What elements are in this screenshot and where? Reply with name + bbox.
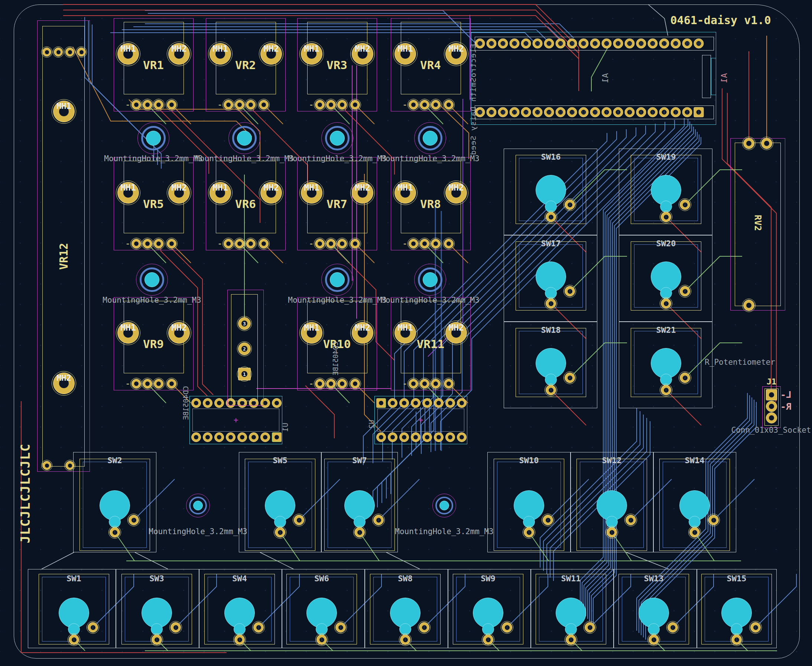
switch-pad-1[interactable]: 1 [152, 635, 162, 645]
switch-pad-2[interactable]: 2 [680, 373, 690, 383]
daisy-pin-pad[interactable]: 11 [579, 107, 589, 117]
vr-pin-pad[interactable] [408, 100, 418, 110]
vr-pin-pad[interactable] [259, 100, 268, 110]
vr-pin-pad[interactable] [315, 100, 324, 110]
switch-pad-2[interactable]: 2 [502, 622, 512, 633]
vr-pin-pad[interactable] [420, 100, 430, 110]
vr12-pin-pad[interactable] [54, 48, 63, 56]
j1-pad-1[interactable] [766, 389, 777, 401]
rv2-pad[interactable] [743, 138, 754, 149]
daisy-pin-pad[interactable]: 31 [590, 39, 600, 49]
switch-pad-1[interactable]: 1 [689, 527, 700, 537]
dip-pad[interactable] [457, 432, 466, 442]
vr-pin-pad[interactable] [224, 100, 233, 110]
switch-pad-1[interactable]: 1 [546, 212, 556, 222]
daisy-pin-pad[interactable]: 8 [613, 107, 623, 117]
switch-pad-2[interactable]: 2 [171, 622, 181, 633]
vr-pin-pad[interactable] [420, 239, 430, 249]
daisy-pin-pad[interactable]: 16 [521, 107, 531, 117]
dip-pad[interactable] [399, 398, 409, 408]
switch-pad-1[interactable]: 1 [606, 527, 617, 537]
dip-pad[interactable] [203, 398, 212, 408]
daisy-pin-pad[interactable]: 24 [510, 39, 520, 49]
daisy-pin-pad[interactable]: 7 [625, 107, 635, 117]
daisy-pin-pad[interactable]: 40 [694, 39, 704, 49]
daisy-pin-pad[interactable]: 28 [556, 39, 566, 49]
conn3-pad[interactable]: 3 [238, 317, 251, 330]
dip-pad[interactable] [422, 398, 432, 408]
daisy-pin-pad[interactable]: 22 [487, 39, 497, 49]
vr12-pin-pad[interactable] [65, 48, 74, 56]
vr-pin-pad[interactable] [167, 379, 176, 389]
vr-pin-pad[interactable] [143, 100, 152, 110]
daisy-pin-pad[interactable]: 27 [544, 39, 554, 49]
switch-pad-2[interactable]: 2 [750, 622, 761, 633]
switch-pad-1[interactable]: 1 [661, 298, 671, 309]
switch-pad-2[interactable]: 2 [128, 515, 139, 525]
daisy-pin-pad[interactable]: 38 [671, 39, 681, 49]
vr-pin-pad[interactable] [167, 100, 176, 110]
switch-pad-2[interactable]: 2 [419, 622, 430, 633]
vr-pin-pad[interactable] [431, 239, 441, 249]
vr-pin-pad[interactable] [350, 100, 360, 110]
dip-pad[interactable] [249, 432, 259, 442]
daisy-pin-pad[interactable]: 19 [487, 107, 497, 117]
daisy-pin-pad[interactable]: 37 [659, 39, 669, 49]
daisy-pin-pad[interactable]: 23 [498, 39, 508, 49]
dip-pad[interactable] [411, 432, 420, 442]
switch-pad-2[interactable]: 2 [565, 286, 575, 297]
dip-pad[interactable] [203, 432, 212, 442]
dip-pad[interactable] [445, 398, 455, 408]
vr-pin-pad[interactable] [246, 239, 255, 249]
dip-pad[interactable] [457, 398, 466, 408]
vr-pin-pad[interactable] [235, 239, 244, 249]
switch-pad-1[interactable]: 1 [566, 635, 576, 645]
switch-pad-1[interactable]: 1 [524, 527, 534, 537]
vr-pin-pad[interactable] [350, 239, 360, 249]
switch-pad-1[interactable]: 1 [546, 298, 556, 309]
vr-pin-pad[interactable] [315, 239, 324, 249]
switch-pad-1[interactable]: 1 [400, 635, 410, 645]
vr-pin-pad[interactable] [154, 100, 163, 110]
switch-pad-1[interactable]: 1 [483, 635, 493, 645]
switch-pad-2[interactable]: 2 [294, 515, 304, 525]
vr-pin-pad[interactable] [143, 239, 152, 249]
vr12-pin-pad[interactable] [42, 461, 51, 470]
vr-pin-pad[interactable] [408, 379, 418, 389]
vr-pin-pad[interactable] [132, 379, 141, 389]
vr-pin-pad[interactable] [246, 100, 255, 110]
switch-pad-2[interactable]: 2 [543, 515, 553, 525]
dip-pad[interactable] [226, 432, 236, 442]
j1-pad-3[interactable] [766, 412, 777, 424]
vr-pin-pad[interactable] [259, 239, 268, 249]
vr12-pin-pad[interactable] [77, 48, 86, 56]
vr-pin-pad[interactable] [337, 379, 347, 389]
dip-pad[interactable] [388, 432, 397, 442]
vr-pin-pad[interactable] [337, 239, 347, 249]
dip-pad[interactable] [237, 432, 247, 442]
vr-pin-pad[interactable] [326, 379, 336, 389]
daisy-pin-pad[interactable]: 5 [648, 107, 658, 117]
dip-pad[interactable] [376, 398, 386, 408]
daisy-pin-pad[interactable]: 3 [671, 107, 681, 117]
dip-pad[interactable] [272, 432, 282, 442]
daisy-pin-pad[interactable]: 32 [602, 39, 612, 49]
daisy-pin-pad[interactable]: 39 [682, 39, 692, 49]
daisy-pin-pad[interactable]: 25 [521, 39, 531, 49]
switch-pad-2[interactable]: 2 [335, 622, 346, 633]
daisy-pin-pad[interactable]: 9 [602, 107, 612, 117]
vr-pin-pad[interactable] [132, 239, 141, 249]
switch-pad-1[interactable]: 1 [546, 385, 556, 395]
daisy-pin-pad[interactable]: 1 [694, 107, 704, 117]
dip-pad[interactable] [445, 432, 455, 442]
daisy-pin-pad[interactable]: 34 [625, 39, 635, 49]
daisy-pin-pad[interactable]: 12 [567, 107, 577, 117]
switch-pad-1[interactable]: 1 [731, 635, 742, 645]
daisy-pin-pad[interactable]: 26 [533, 39, 543, 49]
dip-pad[interactable] [214, 432, 224, 442]
daisy-pin-pad[interactable]: 36 [648, 39, 658, 49]
daisy-pin-pad[interactable]: 2 [682, 107, 692, 117]
dip-pad[interactable] [434, 432, 443, 442]
switch-pad-1[interactable]: 1 [234, 635, 245, 645]
daisy-pin-pad[interactable]: 33 [613, 39, 623, 49]
